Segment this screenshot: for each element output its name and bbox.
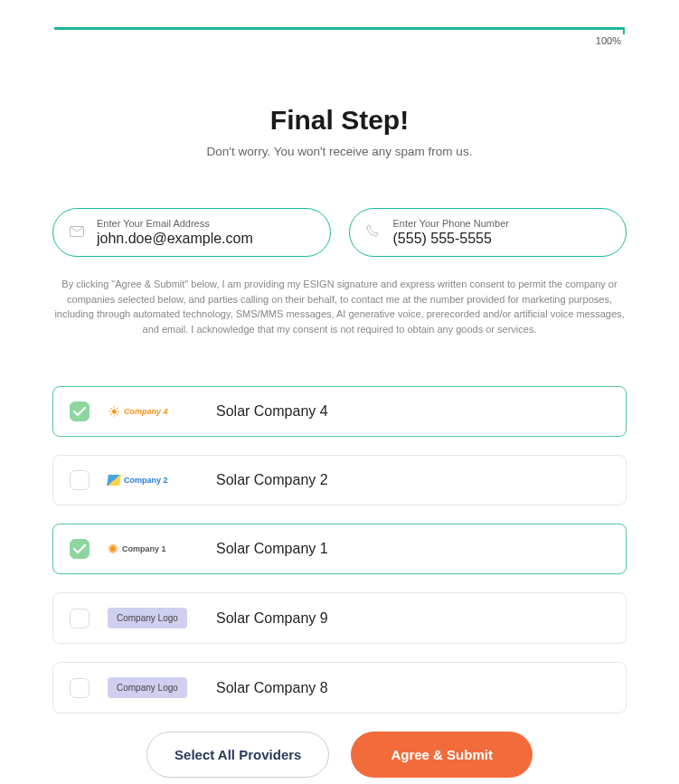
progress-bar xyxy=(54,27,625,30)
provider-logo: Company Logo xyxy=(108,677,189,698)
heading: Final Step! Don't worry. You won't recei… xyxy=(0,105,679,158)
provider-name: Solar Company 1 xyxy=(216,541,328,557)
provider-name: Solar Company 9 xyxy=(216,610,328,627)
provider-logo: ✺Company 1 xyxy=(108,542,189,556)
provider-row[interactable]: Company 2Solar Company 2 xyxy=(52,455,627,505)
provider-checkbox[interactable] xyxy=(70,678,90,698)
provider-row[interactable]: ☀Company 4Solar Company 4 xyxy=(52,386,627,437)
consent-text: By clicking "Agree & Submit" below, I am… xyxy=(0,277,679,336)
inputs-row: Enter Your Email Address Enter Your Phon… xyxy=(0,208,679,257)
provider-row[interactable]: Company LogoSolar Company 8 xyxy=(52,662,627,713)
provider-logo: Company Logo xyxy=(108,608,189,628)
mail-icon xyxy=(70,224,84,241)
provider-name: Solar Company 2 xyxy=(216,472,328,488)
submit-button[interactable]: Agree & Submit xyxy=(351,732,533,778)
select-all-button[interactable]: Select All Providers xyxy=(146,732,329,778)
provider-logo: ☀Company 4 xyxy=(108,403,189,420)
provider-name: Solar Company 4 xyxy=(216,403,328,420)
provider-row[interactable]: ✺Company 1Solar Company 1 xyxy=(52,524,627,574)
providers-list: ☀Company 4Solar Company 4Company 2Solar … xyxy=(0,386,679,713)
email-label: Enter Your Email Address xyxy=(97,218,312,229)
provider-checkbox[interactable] xyxy=(70,470,90,490)
provider-checkbox[interactable] xyxy=(70,609,90,628)
phone-input[interactable] xyxy=(393,231,608,247)
provider-logo: Company 2 xyxy=(108,475,189,486)
page-title: Final Step! xyxy=(0,105,679,136)
progress-section: 100% xyxy=(0,0,679,55)
phone-label: Enter Your Phone Number xyxy=(393,218,608,229)
email-input[interactable] xyxy=(97,231,312,247)
actions-row: Select All Providers Agree & Submit xyxy=(0,732,679,784)
progress-label: 100% xyxy=(54,35,625,46)
provider-checkbox[interactable] xyxy=(70,401,90,421)
provider-name: Solar Company 8 xyxy=(216,680,328,696)
provider-checkbox[interactable] xyxy=(70,539,90,559)
email-field-wrap[interactable]: Enter Your Email Address xyxy=(52,208,331,257)
phone-field-wrap[interactable]: Enter Your Phone Number xyxy=(349,208,627,257)
page-subtitle: Don't worry. You won't receive any spam … xyxy=(0,145,679,158)
provider-row[interactable]: Company LogoSolar Company 9 xyxy=(52,592,627,644)
phone-icon xyxy=(366,224,379,241)
